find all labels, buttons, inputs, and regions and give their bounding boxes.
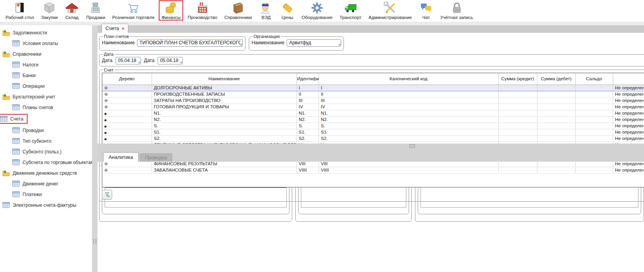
accounts-column-header-0[interactable]: Дерево — [102, 73, 152, 85]
account-row[interactable]: ●S.S.S.Не определено — [102, 123, 644, 129]
sidebar-item[interactable]: Субконто (польз.) — [12, 147, 62, 156]
toolbar-item-label: Закупки — [41, 15, 58, 20]
main-panel: Счета × План счетов Наименование Организ… — [98, 25, 644, 272]
sidebar-item[interactable]: Планы счетов — [12, 103, 53, 111]
accounts-group: Счет ДеревоНаименованиеИдентифиКаноничес… — [99, 68, 644, 202]
account-sum-credit — [498, 97, 537, 104]
account-row[interactable]: ●N1.N1.N1.Не определено — [102, 110, 644, 116]
sidebar-item[interactable]: Справочники — [2, 50, 41, 58]
account-saldo — [575, 135, 613, 142]
toolbar-item-price-tag[interactable]: Цены — [280, 1, 295, 20]
account-row[interactable]: ●N2.N2.N2.Не определено — [102, 116, 644, 123]
account-row[interactable]: ⊕ЗАБАЛАНСОВЫЕ СЧЕТАVIIIIVIIIIНе определе… — [102, 167, 644, 173]
sidebar-item[interactable]: Бухгалтерский учет — [2, 93, 55, 101]
accounts-column-header-2[interactable]: Идентифи — [297, 73, 319, 85]
plan-name-input[interactable] — [137, 39, 243, 47]
sidebar-item[interactable]: Операции — [12, 82, 45, 90]
tree-expand-icon[interactable]: ⊕ — [104, 161, 108, 166]
tree-expand-icon[interactable]: ⊕ — [104, 85, 108, 91]
truck-icon — [344, 1, 358, 15]
sidebar-item[interactable]: Электронные счета-фактуры — [2, 201, 76, 209]
tab-accounts[interactable]: Счета × — [101, 24, 128, 33]
accounts-column-header-3[interactable]: Канонический код — [319, 73, 498, 85]
toolbar-item-purchases-box[interactable]: Закупки — [40, 1, 58, 20]
toolbar-item-customs-officer[interactable]: ВЭД — [258, 1, 274, 20]
sidebar-item[interactable]: Условия оплаты — [12, 39, 58, 47]
sidebar-item[interactable]: Платежи — [12, 190, 42, 198]
plan-group-legend: План счетов — [103, 34, 130, 39]
account-status: Не определено — [613, 85, 644, 91]
splitter-grip-icon[interactable] — [409, 144, 415, 148]
tab-strip: Счета × — [98, 25, 644, 33]
toolbar-item-tools[interactable]: Администрирование — [368, 1, 413, 20]
tab-analytics[interactable]: Аналитика — [103, 152, 139, 162]
toolbar-item-shopping-cart[interactable]: Розничная торговля — [111, 1, 155, 20]
account-sum-debit — [537, 104, 575, 110]
toolbar-item-coins[interactable]: Финансы — [159, 0, 183, 21]
toolbar-item-label: Администрирование — [368, 15, 412, 20]
account-row[interactable]: ●S2.S2.S2.Не определено — [102, 135, 644, 142]
tree-expand-icon[interactable]: ⊕ — [104, 168, 108, 173]
date-to-input[interactable] — [158, 57, 183, 64]
account-status: Не определено — [613, 104, 644, 110]
toolbar-item-chat[interactable]: Чат — [418, 1, 434, 20]
tab-posting[interactable]: Проводка — [140, 153, 172, 162]
sidebar-splitter[interactable] — [92, 25, 98, 272]
account-sum-debit — [537, 167, 575, 173]
accounts-column-header-7[interactable] — [613, 73, 644, 85]
sidebar-item[interactable]: Субсчета по торговым объектам — [12, 158, 92, 166]
account-canonical-code: III — [319, 97, 498, 104]
toolbar-item-factory[interactable]: Производство — [187, 1, 218, 20]
sidebar-item[interactable]: Банки — [12, 71, 36, 79]
sidebar-item[interactable]: Задолженности — [2, 28, 47, 37]
toolbar-item-lock[interactable]: Учётная запись — [439, 1, 474, 20]
tree-expand-icon[interactable]: ⊕ — [104, 98, 108, 103]
filter-button[interactable] — [102, 190, 112, 200]
accounts-column-header-5[interactable]: Сумма (дебет) — [537, 73, 575, 85]
toolbar-item-label: Цены — [282, 15, 293, 20]
accounts-column-header-6[interactable]: Сальдо — [575, 73, 613, 85]
tree-expand-icon[interactable]: ⊕ — [104, 92, 108, 97]
sidebar-item[interactable]: Налоги — [12, 60, 38, 69]
account-row[interactable]: ⊕ПРОИЗВОДСТВЕННЫЕ ЗАПАСЫIIIIНе определен… — [102, 91, 644, 97]
date-from-input[interactable] — [116, 57, 141, 64]
toolbar-item-book[interactable]: Справочники — [223, 1, 253, 20]
horizontal-splitter[interactable]: Аналитика Проводка — [98, 144, 644, 162]
account-sum-credit — [498, 91, 537, 97]
table-icon — [12, 138, 20, 144]
toolbar-item-warehouse[interactable]: Склад — [64, 1, 80, 20]
toolbar-item-label: Финансы — [161, 15, 180, 20]
sidebar-item[interactable]: Тип субконто — [12, 137, 51, 145]
toolbar-item-gear[interactable]: Оборудование — [301, 1, 333, 20]
account-identifier: IV — [297, 104, 319, 110]
tree-expand-icon[interactable]: ⊕ — [104, 104, 108, 110]
org-name-input[interactable] — [287, 39, 341, 47]
toolbar-item-label: ВЭД — [261, 15, 270, 20]
splitter-handle-icon[interactable] — [93, 239, 96, 244]
account-row[interactable]: ⊕ГОТОВАЯ ПРОДУКЦИЯ И ТОВАРЫIVIVНе опреде… — [102, 104, 644, 110]
account-row[interactable]: ⊕ДОЛГОСРОЧНЫЕ АКТИВЫIIНе определено — [102, 85, 644, 91]
close-icon[interactable]: × — [122, 26, 124, 31]
account-sum-credit — [498, 116, 537, 123]
shopping-cart-icon — [126, 1, 141, 15]
factory-icon — [195, 1, 210, 15]
toolbar-item-truck[interactable]: Транспорт — [339, 1, 362, 20]
sidebar-item[interactable]: Движение денежных средств — [2, 169, 77, 177]
account-saldo — [575, 129, 613, 135]
accounts-column-header-1[interactable]: Наименование — [152, 73, 297, 85]
toolbar-item-desktop-journal[interactable]: Рабочий стол — [5, 1, 35, 20]
sidebar-item[interactable]: Счета — [0, 114, 28, 124]
sidebar-item[interactable]: Движение денег — [12, 179, 58, 188]
content-area: ЗадолженностиУсловия оплатыСправочникиНа… — [0, 25, 644, 272]
sidebar-item-label: Субсчета по торговым объектам — [23, 160, 92, 165]
form-area: План счетов Наименование Организация Наи… — [98, 33, 644, 144]
sidebar-tree: ЗадолженностиУсловия оплатыСправочникиНа… — [0, 25, 92, 272]
account-row[interactable]: ●S1.S1.S1.Не определено — [102, 129, 644, 135]
date-group-legend: Дата — [103, 52, 115, 57]
toolbar-item-cash-register[interactable]: Продажи — [85, 1, 106, 20]
accounts-column-header-4[interactable]: Сумма (кредит) — [498, 73, 537, 85]
account-row[interactable]: ⊕ЗАТРАТЫ НА ПРОИЗВОДСТВОIIIIIIНе определ… — [102, 97, 644, 104]
sidebar-item[interactable]: Проводки — [12, 126, 44, 134]
tools-icon — [383, 1, 397, 15]
account-identifier: VIIII — [297, 167, 319, 173]
